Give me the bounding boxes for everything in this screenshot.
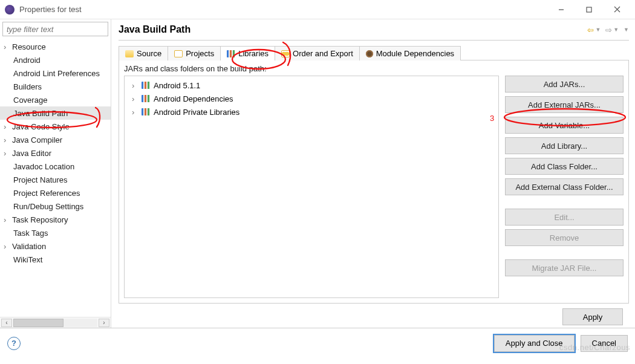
library-icon: [142, 95, 150, 102]
eclipse-icon: [5, 5, 15, 15]
nav-item-label: Resource: [12, 42, 46, 51]
filter-input[interactable]: [2, 22, 108, 36]
nav-item-task-repository[interactable]: ›Task Repository: [0, 213, 111, 226]
maximize-button[interactable]: [576, 1, 602, 18]
chevron-right-icon: ›: [4, 42, 12, 51]
nav-item-android-lint-preferences[interactable]: Android Lint Preferences: [0, 67, 111, 80]
libraries-list[interactable]: ›Android 5.1.1›Android Dependencies›Andr…: [124, 76, 499, 298]
library-icon: [142, 108, 150, 115]
nav-item-java-code-style[interactable]: ›Java Code Style: [0, 120, 111, 133]
nav-item-label: Javadoc Location: [13, 162, 74, 171]
tab-projects[interactable]: Projects: [168, 46, 221, 60]
nav-item-project-references[interactable]: Project References: [0, 186, 111, 200]
nav-item-resource[interactable]: ›Resource: [0, 40, 111, 53]
add-variable-button[interactable]: Add Variable...: [505, 117, 624, 134]
library-item[interactable]: ›Android Private Libraries: [127, 105, 496, 119]
add-library-button[interactable]: Add Library...: [505, 137, 624, 154]
scroll-track[interactable]: [13, 319, 97, 327]
scroll-left-button[interactable]: ‹: [1, 319, 12, 327]
tab-label: Projects: [186, 49, 214, 58]
nav-tree[interactable]: ›ResourceAndroidAndroid Lint Preferences…: [0, 39, 111, 317]
nav-item-java-editor[interactable]: ›Java Editor: [0, 146, 111, 160]
nav-item-run-debug-settings[interactable]: Run/Debug Settings: [0, 200, 111, 213]
nav-item-label: Coverage: [13, 96, 47, 105]
add-class-folder-button[interactable]: Add Class Folder...: [505, 158, 624, 175]
window-controls: [548, 1, 630, 18]
back-menu-icon[interactable]: ▼: [595, 27, 601, 33]
page-title: Java Build Path: [119, 24, 190, 35]
nav-item-project-natures[interactable]: Project Natures: [0, 173, 111, 186]
tab-label: Order and Export: [293, 49, 353, 58]
scroll-right-button[interactable]: ›: [99, 319, 109, 327]
edit-button[interactable]: Edit...: [505, 209, 624, 226]
chevron-right-icon: ›: [4, 242, 12, 251]
svg-rect-1: [587, 7, 591, 12]
tab-label: Module Dependencies: [376, 49, 454, 58]
nav-panel: ›ResourceAndroidAndroid Lint Preferences…: [0, 19, 111, 328]
library-item[interactable]: ›Android Dependencies: [127, 92, 496, 105]
tab-libraries[interactable]: Libraries: [220, 46, 275, 60]
apply-close-button[interactable]: Apply and Close: [494, 335, 575, 352]
title-bar: Properties for test: [0, 0, 635, 19]
nav-item-label: Android: [13, 56, 41, 65]
nav-item-coverage[interactable]: Coverage: [0, 93, 111, 106]
nav-item-builders[interactable]: Builders: [0, 80, 111, 93]
chevron-right-icon: ›: [4, 149, 12, 158]
nav-item-task-tags[interactable]: Task Tags: [0, 226, 111, 239]
tab-source[interactable]: Source: [119, 46, 168, 60]
order-export-icon: [281, 50, 290, 57]
nav-item-wikitext[interactable]: WikiText: [0, 253, 111, 266]
help-icon[interactable]: ?: [7, 337, 21, 350]
window-title: Properties for test: [19, 5, 82, 14]
main-panel: Java Build Path ⇦▼ ⇨▼ ▼ SourceProjectsLi…: [111, 19, 635, 328]
nav-horizontal-scrollbar[interactable]: ‹ ›: [0, 317, 111, 328]
add-jars-button[interactable]: Add JARs...: [505, 76, 624, 93]
nav-item-java-compiler[interactable]: ›Java Compiler: [0, 133, 111, 146]
close-button[interactable]: [604, 1, 630, 18]
nav-item-label: Java Compiler: [12, 135, 62, 145]
chevron-right-icon: ›: [4, 122, 12, 131]
nav-item-label: Project References: [13, 189, 80, 198]
nav-item-label: Validation: [12, 242, 46, 251]
nav-item-label: Android Lint Preferences: [13, 69, 100, 78]
libraries-buttons: Add JARs... Add External JARs... Add Var…: [505, 76, 624, 298]
history-nav: ⇦▼ ⇨▼ ▼: [587, 25, 629, 34]
migrate-jar-button[interactable]: Migrate JAR File...: [505, 259, 624, 276]
view-menu-icon[interactable]: ▼: [624, 27, 629, 33]
nav-item-validation[interactable]: ›Validation: [0, 239, 111, 253]
cancel-button[interactable]: Cancel: [581, 335, 628, 352]
tab-bar: SourceProjectsLibrariesOrder and ExportM…: [119, 45, 629, 60]
nav-item-label: Task Repository: [12, 215, 68, 224]
forward-menu-icon[interactable]: ▼: [613, 27, 619, 33]
nav-item-label: Java Editor: [12, 149, 51, 158]
libraries-pane: ›Android 5.1.1›Android Dependencies›Andr…: [124, 76, 624, 298]
tab-module-dependencies[interactable]: Module Dependencies: [359, 46, 461, 60]
scroll-thumb[interactable]: [13, 319, 63, 327]
remove-button[interactable]: Remove: [505, 229, 624, 246]
library-label: Android 5.1.1: [154, 81, 200, 90]
tab-order-and-export[interactable]: Order and Export: [275, 46, 360, 60]
libraries-description: JARs and class folders on the build path…: [124, 64, 624, 73]
content-split: ›ResourceAndroidAndroid Lint Preferences…: [0, 19, 635, 328]
source-icon: [125, 50, 134, 57]
nav-item-label: Task Tags: [13, 229, 48, 238]
nav-item-java-build-path[interactable]: Java Build Path: [0, 106, 111, 120]
module-deps-icon: [366, 50, 373, 57]
nav-item-javadoc-location[interactable]: Javadoc Location: [0, 160, 111, 173]
apply-button[interactable]: Apply: [562, 308, 623, 325]
add-external-jars-button[interactable]: Add External JARs...: [505, 96, 624, 113]
chevron-right-icon: ›: [132, 81, 138, 90]
back-icon[interactable]: ⇦: [587, 25, 594, 34]
nav-item-label: Java Code Style: [12, 122, 70, 131]
nav-item-android[interactable]: Android: [0, 53, 111, 67]
tab-label: Libraries: [238, 49, 269, 58]
tab-libraries-page: JARs and class folders on the build path…: [119, 60, 629, 304]
chevron-right-icon: ›: [132, 108, 138, 117]
forward-icon[interactable]: ⇨: [605, 25, 612, 34]
chevron-right-icon: ›: [132, 94, 138, 103]
add-external-class-folder-button[interactable]: Add External Class Folder...: [505, 178, 624, 195]
nav-item-label: Java Build Path: [13, 109, 68, 118]
tab-label: Source: [137, 49, 161, 58]
minimize-button[interactable]: [548, 1, 575, 18]
library-item[interactable]: ›Android 5.1.1: [127, 79, 496, 92]
